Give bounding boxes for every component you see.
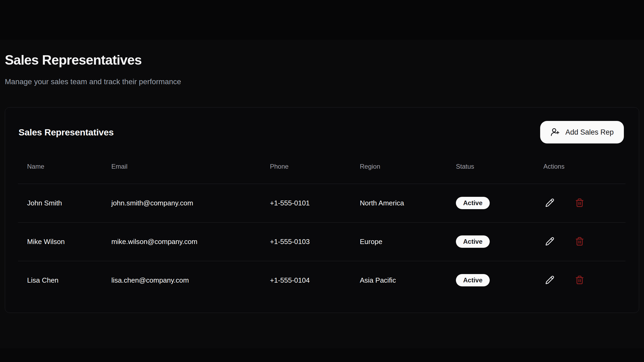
delete-button[interactable]: [573, 235, 586, 248]
column-header-actions: Actions: [534, 149, 625, 184]
column-header-phone: Phone: [261, 149, 351, 184]
status-badge: Active: [456, 274, 490, 286]
rep-email: lisa.chen@company.com: [102, 261, 261, 300]
rep-region: North America: [351, 184, 447, 222]
rep-name: John Smith: [18, 184, 102, 222]
pencil-icon: [545, 237, 554, 247]
edit-button[interactable]: [543, 197, 556, 209]
page-title: Sales Representatives: [5, 0, 639, 68]
trash-icon: [575, 275, 584, 285]
delete-button[interactable]: [573, 274, 586, 287]
status-badge: Active: [456, 235, 490, 248]
table-row: John Smith john.smith@company.com +1-555…: [18, 184, 625, 222]
column-header-name: Name: [18, 149, 102, 184]
page-subtitle: Manage your sales team and track their p…: [5, 77, 639, 86]
column-header-email: Email: [102, 149, 261, 184]
sales-reps-card: Sales Representatives Add Sales Rep: [5, 107, 639, 313]
user-plus-icon: [550, 128, 559, 137]
rep-phone: +1-555-0101: [261, 184, 351, 222]
edit-button[interactable]: [543, 235, 556, 248]
trash-icon: [575, 237, 584, 247]
pencil-icon: [545, 198, 554, 208]
edit-button[interactable]: [543, 274, 556, 287]
card-title: Sales Representatives: [19, 127, 114, 138]
table-row: Mike Wilson mike.wilson@company.com +1-5…: [18, 222, 625, 261]
column-header-status: Status: [447, 149, 534, 184]
trash-icon: [575, 198, 584, 208]
delete-button[interactable]: [573, 197, 586, 209]
rep-phone: +1-555-0103: [261, 222, 351, 261]
card-header: Sales Representatives Add Sales Rep: [5, 108, 639, 143]
rep-email: mike.wilson@company.com: [102, 222, 261, 261]
add-sales-rep-label: Add Sales Rep: [565, 128, 614, 136]
rep-email: john.smith@company.com: [102, 184, 261, 222]
rep-name: Lisa Chen: [18, 261, 102, 300]
rep-region: Europe: [351, 222, 447, 261]
rep-phone: +1-555-0104: [261, 261, 351, 300]
table-header-row: Name Email Phone Region Status Actions: [18, 149, 625, 184]
sales-reps-table: Name Email Phone Region Status Actions J…: [18, 149, 625, 300]
rep-name: Mike Wilson: [18, 222, 102, 261]
rep-region: Asia Pacific: [351, 261, 447, 300]
table-row: Lisa Chen lisa.chen@company.com +1-555-0…: [18, 261, 625, 300]
add-sales-rep-button[interactable]: Add Sales Rep: [540, 121, 624, 143]
pencil-icon: [545, 275, 554, 285]
column-header-region: Region: [351, 149, 447, 184]
sales-reps-page: Sales Representatives Manage your sales …: [0, 0, 644, 313]
status-badge: Active: [456, 197, 490, 209]
